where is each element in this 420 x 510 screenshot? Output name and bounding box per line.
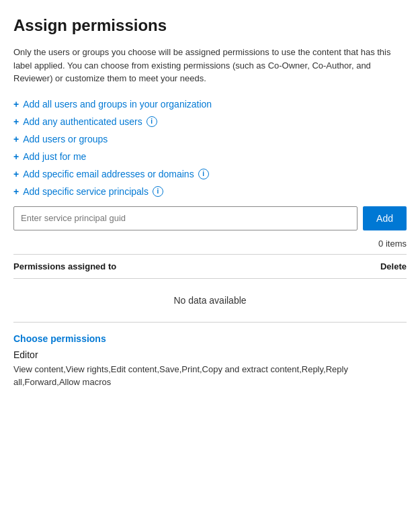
add-email-domains-link[interactable]: + Add specific email addresses or domain… <box>13 169 407 179</box>
add-users-groups-link[interactable]: + Add users or groups <box>13 134 407 144</box>
add-service-principal-button[interactable]: Add <box>363 206 407 230</box>
info-icon-service-principals[interactable]: i <box>153 186 163 197</box>
choose-permissions-section: Choose permissions Editor View content,V… <box>13 333 407 389</box>
plus-icon-5: + <box>13 169 19 179</box>
page-title: Assign permissions <box>13 16 407 35</box>
add-authenticated-label: Add any authenticated users <box>23 116 142 127</box>
actions-section: + Add all users and groups in your organ… <box>13 99 407 197</box>
choose-permissions-link[interactable]: Choose permissions <box>13 333 106 344</box>
items-count: 0 items <box>13 239 407 249</box>
permissions-details: View content,View rights,Edit content,Sa… <box>13 363 407 389</box>
plus-icon-2: + <box>13 116 19 127</box>
description-text: Only the users or groups you choose will… <box>13 46 407 85</box>
add-service-principals-link[interactable]: + Add specific service principals i <box>13 186 407 197</box>
no-data-message: No data available <box>13 279 407 323</box>
plus-icon-4: + <box>13 151 19 162</box>
add-just-me-link[interactable]: + Add just for me <box>13 151 407 162</box>
add-all-users-label: Add all users and groups in your organiz… <box>23 99 212 110</box>
column-delete: Delete <box>380 261 407 271</box>
table-header: Permissions assigned to Delete <box>13 255 407 279</box>
add-authenticated-link[interactable]: + Add any authenticated users i <box>13 116 407 127</box>
plus-icon-6: + <box>13 186 19 197</box>
plus-icon-3: + <box>13 134 19 144</box>
add-email-domains-label: Add specific email addresses or domains <box>23 169 194 179</box>
service-principal-input[interactable] <box>13 206 358 230</box>
add-just-me-label: Add just for me <box>23 151 86 162</box>
info-icon-email-domains[interactable]: i <box>198 169 209 179</box>
plus-icon-1: + <box>13 99 19 110</box>
service-principal-row: Add <box>13 206 407 230</box>
column-permissions-assigned-to: Permissions assigned to <box>13 261 116 271</box>
add-service-principals-label: Add specific service principals <box>23 186 149 197</box>
add-all-users-link[interactable]: + Add all users and groups in your organ… <box>13 99 407 110</box>
permissions-role: Editor <box>13 349 407 360</box>
info-icon-authenticated[interactable]: i <box>146 116 157 127</box>
add-users-groups-label: Add users or groups <box>23 134 108 144</box>
